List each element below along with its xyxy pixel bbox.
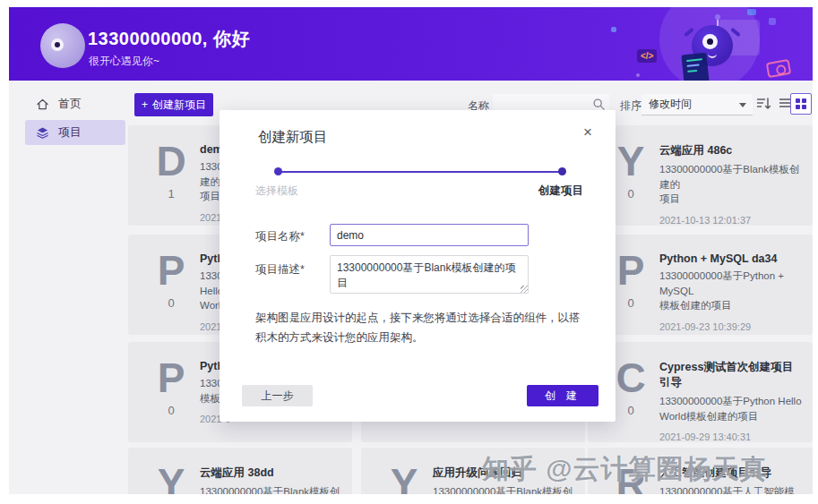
- desc-line: 项目: [200, 191, 220, 201]
- desc-line: 13300000000基于Blank模板创建的: [433, 486, 573, 494]
- stepper-line: [279, 171, 562, 173]
- greeting-subtitle: 很开心遇见你~: [89, 54, 159, 69]
- chevron-down-icon: [739, 103, 746, 107]
- sort-direction-icon[interactable]: [755, 96, 771, 112]
- project-description: 13300000000基于Python Hello World模板创建的项目: [659, 394, 802, 423]
- project-card[interactable]: Y 0 云端应用 486c 13300000000基于Blank模板创建的 项目…: [588, 125, 813, 226]
- spark-decoration: [769, 18, 776, 25]
- step-label-create-project: 创建项目: [538, 184, 583, 199]
- project-letter: P: [148, 249, 194, 292]
- project-title: Cypress测试首次创建项目引导: [659, 360, 802, 390]
- sidebar-item-label: 首页: [58, 96, 82, 112]
- plus-icon: +: [142, 98, 148, 111]
- mascot-antenna-icon: [717, 19, 719, 26]
- document-icon: [681, 53, 709, 81]
- create-project-button[interactable]: + 创建新项目: [134, 93, 213, 116]
- search-icon[interactable]: [592, 98, 606, 111]
- project-description: 13300000000基于Blank模板创建的 项目: [659, 162, 802, 207]
- previous-step-button[interactable]: 上一步: [242, 385, 313, 406]
- stepper-dot-select-template: [274, 167, 282, 175]
- project-letter: P: [148, 356, 194, 399]
- grid-view-button[interactable]: [790, 93, 812, 115]
- camera-icon: [766, 59, 792, 78]
- project-description: 13300000000基于人工智能模板 创建的项目: [659, 484, 802, 494]
- project-desc-textarea[interactable]: 13300000000基于Blank模板创建的项目: [330, 255, 529, 294]
- spark-decoration: [636, 73, 640, 77]
- mascot-eye-icon: [702, 34, 718, 49]
- sort-label: 排序: [620, 98, 641, 114]
- sort-selected-value: 修改时间: [649, 97, 692, 112]
- avatar: [40, 23, 85, 68]
- desc-line: World模板创建的项目: [659, 411, 758, 422]
- project-title: Python + MySQL da34: [659, 252, 802, 265]
- project-title: 应用升级问题回归: [433, 466, 574, 481]
- project-date: 2021-10-13 12:01:37: [659, 215, 802, 226]
- project-name-label: 项目名称*: [255, 229, 305, 244]
- welcome-banner: 13300000000, 你好 很开心遇见你~ </>: [9, 7, 813, 81]
- app-window: 13300000000, 你好 很开心遇见你~ </> 首页: [0, 0, 818, 504]
- desc-line: 项目: [659, 193, 680, 204]
- desc-line: 13300000000基于人工智能模板: [659, 486, 795, 494]
- desc-line: 13300000000基于Blank模板创建的: [200, 486, 340, 494]
- desc-line: 13300000000基于Python Hello: [659, 396, 802, 406]
- step-label-select-template: 选择模板: [255, 184, 298, 199]
- project-count: 1: [148, 187, 194, 201]
- sidebar-item-projects[interactable]: 项目: [25, 120, 125, 145]
- project-name-input[interactable]: [330, 224, 529, 246]
- spark-decoration: [747, 9, 756, 15]
- sidebar-item-home[interactable]: 首页: [25, 91, 125, 116]
- project-date: 2021-09-23 10:39:29: [659, 321, 802, 332]
- desc-line: 模板创建的项目: [659, 300, 732, 311]
- avatar-eye: [51, 38, 64, 51]
- sidebar-item-label: 项目: [58, 124, 82, 141]
- project-desc-label: 项目描述*: [255, 262, 305, 278]
- code-tag-icon: </>: [637, 49, 657, 63]
- project-letter: R: [607, 462, 654, 494]
- project-title: 云端应用 486c: [659, 143, 802, 158]
- project-description: 13300000000基于Blank模板创建的 项目: [200, 484, 341, 494]
- greeting-title: 13300000000, 你好: [88, 27, 250, 51]
- project-count: 0: [148, 296, 194, 310]
- architecture-hint-text: 架构图是应用设计的起点，接下来您将通过选择合适的组件，以搭积木的方式来设计您的应…: [255, 309, 585, 348]
- create-project-label: 创建新项目: [152, 98, 206, 113]
- sort-select[interactable]: 修改时间: [641, 94, 753, 115]
- project-letter: Y: [148, 462, 194, 494]
- project-count: 0: [148, 404, 194, 417]
- grid-view-icon: [795, 98, 807, 110]
- layers-icon: [36, 126, 49, 140]
- mascot-mouth-icon: [708, 53, 717, 58]
- project-card[interactable]: P 0 Python + MySQL da34 13300000000基于Pyt…: [588, 235, 813, 335]
- stepper-dot-create-project: [558, 167, 566, 175]
- project-title: 云端应用 38dd: [200, 466, 341, 481]
- project-card[interactable]: C 0 Cypress测试首次创建项目引导 13300000000基于Pytho…: [588, 342, 813, 442]
- project-description: 13300000000基于Blank模板创建的 项目: [433, 484, 574, 494]
- project-letter: D: [148, 140, 194, 183]
- project-card[interactable]: Y 应用升级问题回归 13300000000基于Blank模板创建的 项目: [361, 448, 585, 494]
- project-title: 人工智能创建项目引导: [659, 466, 802, 481]
- create-button[interactable]: 创 建: [527, 385, 598, 406]
- project-card[interactable]: Y 云端应用 38dd 13300000000基于Blank模板创建的 项目: [128, 448, 352, 494]
- modal-title: 创建新项目: [258, 128, 328, 147]
- desc-line: 13300000000基于Python + MySQL: [659, 270, 784, 296]
- project-card[interactable]: R 人工智能创建项目引导 13300000000基于人工智能模板 创建的项目: [588, 448, 813, 494]
- project-description: 13300000000基于Python + MySQL 模板创建的项目: [659, 269, 802, 313]
- home-icon: [36, 98, 49, 111]
- create-project-modal: 创建新项目 × 选择模板 创建项目 项目名称* 项目描述* 1330000000…: [220, 110, 616, 422]
- project-date: 2021-09-29 13:40:31: [659, 431, 802, 442]
- project-letter: Y: [381, 462, 427, 494]
- spark-decoration: [611, 27, 616, 32]
- desc-line: 13300000000基于Blank模板创建的: [659, 164, 800, 190]
- close-icon[interactable]: ×: [583, 124, 592, 140]
